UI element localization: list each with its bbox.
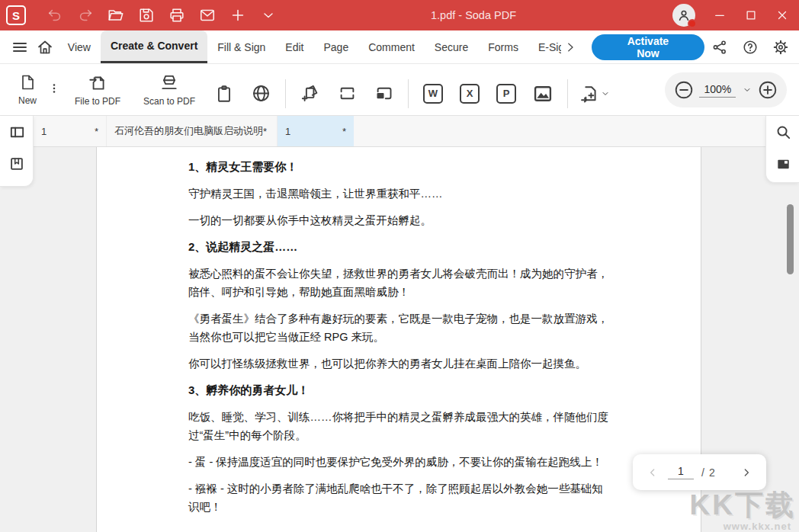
help-button[interactable] (735, 30, 765, 63)
picture-in-picture-button[interactable] (365, 83, 402, 104)
home-button[interactable] (33, 30, 58, 63)
save-icon (138, 7, 155, 24)
menu-item-forms[interactable]: Forms (478, 30, 528, 63)
watermark-title: KK下载 (690, 490, 796, 521)
search-button[interactable] (766, 116, 799, 148)
settings-button[interactable] (765, 30, 796, 63)
share-icon (711, 39, 728, 56)
menu-item-view[interactable]: View (58, 30, 101, 63)
zoom-in-button[interactable] (758, 80, 778, 100)
undo-button[interactable] (40, 0, 70, 30)
split-document-button[interactable] (329, 83, 365, 104)
document-page[interactable]: 1、精灵女王需要你！ 守护精灵王国，击退黑暗领主，让世界重获和平…… 一切的一切… (96, 147, 701, 532)
new-document-button[interactable]: New (9, 73, 46, 106)
zoom-level-value[interactable]: 100% (699, 83, 736, 98)
document-tab-2[interactable]: 石河伦吾的朋友们电脑版启动说明 * (107, 116, 278, 146)
print-icon (168, 7, 185, 24)
image-icon (532, 83, 554, 104)
search-icon (775, 123, 792, 141)
redo-button[interactable] (70, 0, 101, 30)
share-button[interactable] (704, 30, 735, 63)
sidebar-toggle-button[interactable] (0, 116, 34, 148)
page-content: 1、精灵女王需要你！ 守护精灵王国，击退黑暗领主，让世界重获和平…… 一切的一切… (97, 147, 701, 516)
title-bar: S 1.pdf - Soda PDF (0, 0, 799, 30)
main-menu-button[interactable] (8, 30, 33, 63)
save-button[interactable] (131, 0, 162, 30)
zoom-controls: 100% (665, 72, 787, 107)
help-icon (742, 39, 759, 56)
page-number-input[interactable]: 1 (668, 465, 694, 479)
excel-icon: X (460, 84, 480, 104)
maximize-button[interactable] (735, 0, 766, 30)
add-button[interactable] (223, 0, 253, 30)
toolbar-divider (567, 79, 568, 108)
doc-paragraph: 《勇者蛋生》结合了多种有趣好玩的要素，它既是一款电子宠物，也是一款放置游戏，当然… (188, 309, 611, 346)
scan-to-pdf-button[interactable]: Scan to PDF (133, 72, 206, 107)
document-tab-1[interactable]: 1 * (34, 116, 107, 146)
pdf-to-powerpoint-button[interactable]: P (488, 84, 525, 104)
menu-item-edit[interactable]: Edit (275, 30, 313, 63)
minimize-button[interactable] (704, 0, 735, 30)
tab-label: 1 (41, 126, 47, 137)
pdf-to-word-button[interactable]: W (415, 84, 451, 104)
open-file-button[interactable] (101, 0, 131, 30)
watermark-url: www.kkx.net (690, 521, 796, 532)
plus-circle-icon (758, 80, 778, 100)
doc-paragraph: 守护精灵王国，击退黑暗领主，让世界重获和平…… (188, 184, 611, 203)
page-separator: / (701, 466, 704, 479)
vertical-scrollbar-thumb[interactable] (787, 204, 794, 274)
file-to-pdf-button[interactable]: File to PDF (63, 72, 133, 107)
undo-icon (47, 7, 63, 24)
zoom-out-button[interactable] (674, 80, 694, 100)
new-options-button[interactable] (46, 80, 63, 97)
merge-files-button[interactable] (292, 83, 329, 104)
globe-icon (251, 83, 271, 104)
document-tab-3-active[interactable]: 1 * (278, 116, 354, 146)
scan-to-pdf-label: Scan to PDF (143, 96, 195, 107)
menu-item-esign[interactable]: E-Sig (528, 30, 561, 63)
activate-now-button[interactable]: Activate Now (592, 34, 704, 60)
export-pdf-button[interactable] (579, 83, 611, 104)
minimize-icon (713, 8, 727, 22)
zoom-level-dropdown[interactable] (742, 85, 752, 95)
more-tools-button[interactable] (253, 0, 284, 30)
email-button[interactable] (192, 0, 223, 30)
menu-item-page[interactable]: Page (313, 30, 358, 63)
new-label: New (18, 95, 37, 106)
powerpoint-icon: P (496, 84, 516, 104)
doc-paragraph: 一切的一切都要从你手中这枚精灵之蛋开始孵起。 (188, 211, 611, 229)
paste-button[interactable] (206, 84, 242, 104)
side-panel-icon (8, 123, 26, 141)
menu-overflow-button[interactable] (561, 30, 579, 63)
pdf-to-excel-button[interactable]: X (451, 84, 488, 104)
home-icon (36, 38, 54, 56)
clipboard-icon (214, 84, 234, 104)
scan-to-pdf-icon (159, 72, 179, 92)
minus-circle-icon (674, 80, 694, 100)
next-page-button[interactable] (737, 463, 756, 482)
picture-in-picture-icon (374, 83, 394, 104)
previous-page-button[interactable] (643, 463, 662, 482)
chevron-down-icon (742, 85, 752, 95)
page-thumbnails-button[interactable] (766, 148, 799, 180)
document-viewport: 1、精灵女王需要你！ 守护精灵王国，击退黑暗领主，让世界重获和平…… 一切的一切… (0, 147, 799, 532)
doc-heading: 2、说起精灵之蛋…… (188, 238, 611, 256)
user-avatar[interactable] (672, 4, 695, 27)
create-convert-toolbar: New File to PDF Scan to PDF W X P (0, 64, 799, 116)
menu-item-fill-sign[interactable]: Fill & Sign (207, 30, 275, 63)
bookmarks-button[interactable] (0, 148, 34, 180)
doc-heading: 1、精灵女王需要你！ (188, 158, 611, 176)
chevron-down-icon (600, 88, 611, 99)
plus-icon (229, 7, 246, 24)
menu-item-comment[interactable]: Comment (358, 30, 425, 63)
menu-item-secure[interactable]: Secure (425, 30, 478, 63)
close-button[interactable] (766, 0, 797, 30)
tab-modified-asterisk: * (95, 126, 98, 137)
hamburger-icon (11, 38, 29, 56)
web-to-pdf-button[interactable] (242, 83, 279, 104)
pdf-to-image-button[interactable] (525, 83, 561, 104)
menu-item-create-convert[interactable]: Create & Convert (101, 30, 207, 63)
doc-heading: 3、孵养你的勇者女儿！ (188, 381, 611, 399)
mail-icon (199, 7, 216, 24)
print-button[interactable] (162, 0, 192, 30)
